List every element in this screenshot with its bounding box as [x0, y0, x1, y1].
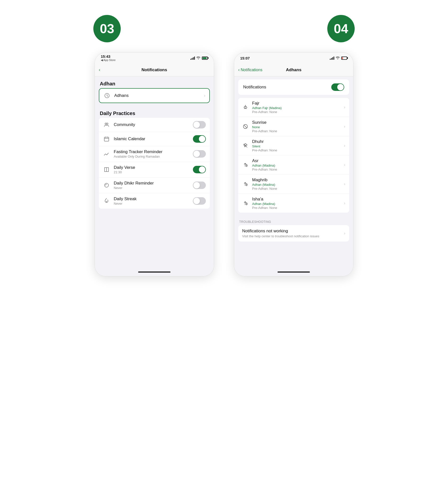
back-arrow-2: ‹ — [238, 67, 240, 72]
back-label-2: Notifications — [241, 68, 262, 72]
home-bar-2 — [278, 271, 310, 273]
dhikr-toggle[interactable] — [193, 182, 206, 189]
ishaa-preadhan: Pre-Adhan: None — [252, 206, 342, 210]
fasting-label: Fasting Tracker Reminder — [114, 149, 193, 154]
wifi-icon-1 — [196, 56, 200, 60]
calendar-label: Islamic Calendar — [114, 136, 193, 141]
calendar-toggle[interactable] — [193, 135, 206, 143]
svg-marker-6 — [245, 105, 246, 106]
fasting-texts: Fasting Tracker Reminder Available Only … — [114, 149, 193, 158]
home-indicator-1 — [95, 268, 214, 276]
sunrise-name: Sunrise — [252, 120, 342, 125]
adhans-texts: Adhans — [114, 93, 202, 98]
islamic-calendar-row[interactable]: Islamic Calendar — [99, 132, 210, 146]
asr-texts: Asr Adhan (Madina) Pre-Adhan: None — [252, 158, 342, 171]
adhans-card: Adhans › — [99, 88, 210, 103]
signal-icon-1 — [190, 56, 195, 60]
fajr-chevron: › — [344, 105, 345, 110]
asr-icon — [242, 162, 249, 168]
notifications-toggle-row: Notifications — [238, 79, 349, 95]
maghrib-preadhan: Pre-Adhan: None — [252, 187, 342, 190]
community-label: Community — [114, 122, 193, 127]
sunrise-icon — [242, 123, 249, 130]
fasting-toggle[interactable] — [193, 150, 206, 158]
svg-rect-3 — [104, 137, 109, 141]
ishaa-icon — [242, 200, 249, 206]
fajr-texts: Fajr Adhan Fajr (Madina) Pre-Adhan: None — [252, 101, 342, 114]
back-button-2[interactable]: ‹ Notifications — [238, 67, 262, 72]
community-toggle-knob — [193, 122, 200, 128]
calendar-icon — [103, 135, 110, 143]
troubleshoot-title: Notifications not working — [242, 229, 342, 234]
verse-toggle[interactable] — [193, 166, 206, 173]
dhuhr-icon — [242, 142, 249, 149]
verse-label: Daily Verse — [114, 165, 193, 170]
battery-fill-1 — [203, 57, 207, 59]
maghrib-chevron: › — [344, 182, 345, 186]
back-arrow-1: ‹ — [99, 67, 100, 72]
verse-subtitle: 21:30 — [114, 170, 193, 174]
dhikr-row[interactable]: Daily Dhikr Reminder Never — [99, 178, 210, 193]
streak-row[interactable]: Daily Streak Never — [99, 193, 210, 209]
sunrise-row[interactable]: Sunrise None Pre-Adhan: None › — [238, 117, 349, 136]
nav-bar-1: ‹ Notifications — [95, 63, 214, 76]
clock-icon — [103, 92, 111, 99]
home-indicator-2 — [234, 268, 353, 276]
appstore-back[interactable]: ◀ App Store — [101, 59, 115, 62]
streak-toggle-knob — [193, 198, 200, 204]
dhikr-texts: Daily Dhikr Reminder Never — [114, 181, 193, 190]
streak-texts: Daily Streak Never — [114, 196, 193, 205]
dhuhr-row[interactable]: Dhuhr Silent Pre-Adhan: None › — [238, 136, 349, 155]
status-bar-1: 15:43 ◀ App Store — [95, 53, 214, 63]
badges-row: 03 04 — [0, 15, 448, 42]
sunrise-adhan: None — [252, 125, 342, 129]
phone-1: 15:43 ◀ App Store — [95, 52, 214, 276]
troubleshoot-subtitle: Visit the help center to troubleshoot no… — [242, 234, 342, 238]
daily-verse-row[interactable]: Daily Verse 21:30 — [99, 162, 210, 178]
dhuhr-name: Dhuhr — [252, 139, 342, 144]
time-1: 15:43 — [101, 54, 110, 59]
adhans-row[interactable]: Adhans › — [99, 89, 209, 103]
sunrise-chevron: › — [344, 124, 345, 129]
notifications-master-toggle[interactable] — [331, 83, 344, 91]
home-bar-1 — [138, 271, 170, 273]
time-2: 15:07 — [240, 56, 250, 60]
battery-icon-1 — [202, 57, 208, 60]
fajr-row[interactable]: Fajr Adhan Fajr (Madina) Pre-Adhan: None… — [238, 98, 349, 117]
page-wrapper: 03 04 15:43 ◀ App Store — [0, 15, 448, 276]
fajr-name: Fajr — [252, 101, 342, 106]
notifications-toggle-knob — [337, 84, 344, 90]
streak-toggle[interactable] — [193, 197, 206, 205]
daily-card: Community — [99, 118, 210, 209]
signal-icon-2 — [330, 56, 334, 60]
troubleshoot-card: Notifications not working Visit the help… — [238, 225, 349, 242]
dhuhr-texts: Dhuhr Silent Pre-Adhan: None — [252, 139, 342, 152]
community-toggle[interactable] — [193, 121, 206, 128]
maghrib-row[interactable]: Maghrib Adhan (Madina) Pre-Adhan: None › — [238, 175, 349, 194]
asr-row[interactable]: Asr Adhan (Madina) Pre-Adhan: None › — [238, 155, 349, 175]
daily-section-header: Daily Practices — [95, 106, 214, 118]
troubleshoot-row[interactable]: Notifications not working Visit the help… — [238, 225, 349, 242]
maghrib-icon — [242, 181, 249, 187]
screen-content-2: Notifications — [234, 76, 353, 268]
adhans-chevron: › — [204, 93, 205, 98]
ishaa-chevron: › — [344, 201, 345, 205]
dhuhr-preadhan: Pre-Adhan: None — [252, 148, 342, 152]
svg-point-4 — [105, 183, 109, 187]
status-right-2 — [330, 56, 347, 60]
nav-title-1: Notifications — [142, 67, 167, 72]
nav-title-2: Adhans — [286, 67, 301, 72]
phones-row: 15:43 ◀ App Store — [0, 52, 448, 276]
fasting-row[interactable]: Fasting Tracker Reminder Available Only … — [99, 146, 210, 162]
ishaa-adhan: Adhan (Madina) — [252, 202, 342, 206]
verse-toggle-knob — [199, 166, 205, 173]
community-row[interactable]: Community — [99, 118, 210, 132]
community-texts: Community — [114, 122, 193, 127]
verse-texts: Daily Verse 21:30 — [114, 165, 193, 174]
back-button-1[interactable]: ‹ — [99, 67, 100, 72]
dhikr-label: Daily Dhikr Reminder — [114, 181, 193, 186]
battery-icon-2 — [341, 57, 347, 60]
status-left-1: 15:43 ◀ App Store — [101, 54, 115, 62]
ishaa-row[interactable]: Isha'a Adhan (Madina) Pre-Adhan: None › — [238, 194, 349, 213]
streak-icon — [103, 197, 110, 205]
